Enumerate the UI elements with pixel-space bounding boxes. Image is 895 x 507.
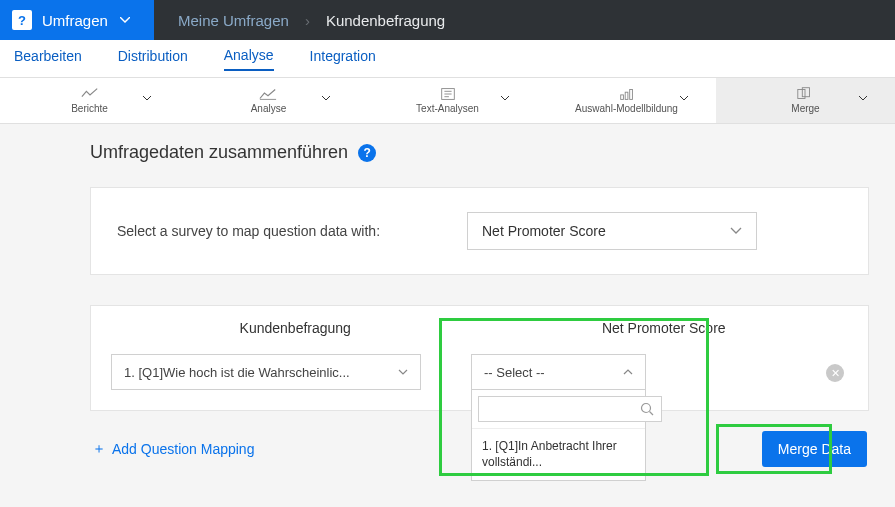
tool-reports-label: Berichte	[71, 103, 108, 114]
add-question-mapping[interactable]: ＋ Add Question Mapping	[92, 440, 254, 458]
page-title: Umfragedaten zusammenführen ?	[90, 142, 869, 163]
target-question-dropdown: 1. [Q1]In Anbetracht Ihrer vollständi...	[471, 390, 646, 481]
chevron-down-icon[interactable]	[501, 96, 509, 101]
tab-edit[interactable]: Bearbeiten	[14, 48, 82, 70]
chevron-down-icon[interactable]	[680, 96, 688, 101]
merge-icon	[796, 87, 814, 101]
tool-reports[interactable]: Berichte	[0, 78, 179, 123]
tool-choice[interactable]: Auswahl-Modellbildung	[537, 78, 716, 123]
chevron-down-icon[interactable]	[322, 96, 330, 101]
source-question-value: 1. [Q1]Wie hoch ist die Wahrscheinlic...	[124, 365, 350, 380]
chevron-down-icon	[398, 369, 408, 375]
survey-select-label: Select a survey to map question data wit…	[117, 223, 437, 239]
chevron-down-icon[interactable]	[859, 96, 867, 101]
search-icon	[640, 402, 654, 416]
chevron-down-icon	[730, 227, 742, 235]
analyse-icon	[259, 87, 277, 101]
svg-line-11	[650, 412, 654, 416]
tool-text-label: Text-Analysen	[416, 103, 479, 114]
tab-integration[interactable]: Integration	[310, 48, 376, 70]
tool-analyse-label: Analyse	[251, 103, 287, 114]
target-question-value: -- Select --	[484, 365, 545, 380]
help-icon[interactable]: ?	[358, 144, 376, 162]
chevron-up-icon	[623, 369, 633, 375]
dropdown-search-input[interactable]	[478, 396, 662, 422]
merge-data-button[interactable]: Merge Data	[762, 431, 867, 467]
plus-icon: ＋	[92, 440, 106, 458]
tab-analyse[interactable]: Analyse	[224, 47, 274, 71]
chevron-down-icon[interactable]	[143, 96, 151, 101]
breadcrumb: Meine Umfragen › Kundenbefragung	[154, 0, 895, 40]
page-title-text: Umfragedaten zusammenführen	[90, 142, 348, 163]
add-mapping-label: Add Question Mapping	[112, 441, 254, 457]
target-question-select[interactable]: -- Select --	[471, 354, 646, 390]
close-icon: ✕	[831, 367, 840, 380]
tab-distribution[interactable]: Distribution	[118, 48, 188, 70]
choice-icon	[618, 87, 636, 101]
tool-text[interactable]: Text-Analysen	[358, 78, 537, 123]
brand-label: Umfragen	[42, 12, 108, 29]
tool-choice-label: Auswahl-Modellbildung	[575, 103, 678, 114]
page-tabs: Bearbeiten Distribution Analyse Integrat…	[0, 40, 895, 78]
mapping-left-header: Kundenbefragung	[111, 320, 480, 336]
dropdown-option[interactable]: 1. [Q1]In Anbetracht Ihrer vollständi...	[472, 428, 645, 480]
source-question-select[interactable]: 1. [Q1]Wie hoch ist die Wahrscheinlic...	[111, 354, 421, 390]
tool-merge[interactable]: Merge	[716, 78, 895, 123]
analysis-toolbar: Berichte Analyse Text-Analysen Auswahl-M…	[0, 78, 895, 124]
chevron-down-icon	[120, 17, 130, 23]
breadcrumb-parent[interactable]: Meine Umfragen	[178, 12, 289, 29]
brand-menu[interactable]: ? Umfragen	[0, 0, 154, 40]
svg-rect-8	[798, 90, 805, 99]
text-icon	[439, 87, 457, 101]
survey-select-card: Select a survey to map question data wit…	[90, 187, 869, 275]
reports-icon	[81, 87, 99, 101]
svg-point-10	[642, 404, 651, 413]
survey-select-value: Net Promoter Score	[482, 223, 606, 239]
svg-rect-7	[629, 90, 632, 100]
tool-merge-label: Merge	[791, 103, 819, 114]
svg-rect-6	[625, 92, 628, 99]
chevron-right-icon: ›	[305, 12, 310, 29]
remove-row-button[interactable]: ✕	[826, 364, 844, 382]
svg-rect-5	[620, 95, 623, 100]
app-logo-icon: ?	[12, 10, 32, 30]
svg-rect-9	[803, 88, 810, 97]
mapping-card: Kundenbefragung Net Promoter Score 1. [Q…	[90, 305, 869, 411]
survey-select[interactable]: Net Promoter Score	[467, 212, 757, 250]
breadcrumb-current: Kundenbefragung	[326, 12, 445, 29]
tool-analyse[interactable]: Analyse	[179, 78, 358, 123]
mapping-right-header: Net Promoter Score	[480, 320, 849, 336]
